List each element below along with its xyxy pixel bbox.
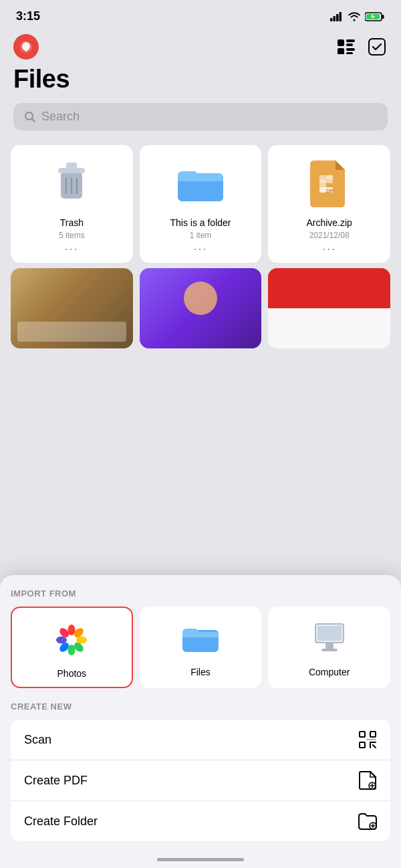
create-pdf-label: Create PDF (24, 774, 88, 788)
files-grid: Trash 5 items ··· This is a folder 1 ite… (0, 140, 401, 268)
home-indicator (157, 858, 244, 861)
signal-icon (330, 12, 344, 21)
svg-rect-8 (338, 39, 344, 46)
import-computer-card[interactable]: Computer (268, 607, 390, 688)
svg-rect-3 (340, 12, 342, 21)
import-files-card[interactable]: Files (140, 607, 262, 688)
list-view-button[interactable] (336, 36, 357, 58)
search-placeholder: Search (41, 110, 80, 124)
svg-rect-26 (326, 175, 333, 179)
import-photos-card[interactable]: Photos (11, 607, 133, 688)
select-icon (368, 38, 386, 56)
create-section-label: CREATE NEW (11, 701, 390, 712)
svg-rect-50 (360, 742, 365, 748)
file-card-trash[interactable]: Trash 5 items ··· (11, 145, 133, 263)
zip-icon: ZIP (310, 160, 349, 207)
search-container: Search (0, 100, 401, 140)
svg-rect-29 (319, 183, 326, 187)
svg-point-39 (56, 637, 67, 644)
app-icon[interactable] (13, 34, 39, 60)
file-meta-trash: 5 items (59, 231, 85, 240)
svg-text:ZIP: ZIP (325, 189, 333, 193)
svg-rect-49 (370, 732, 376, 737)
import-photos-label: Photos (57, 668, 87, 679)
svg-rect-27 (319, 179, 326, 183)
photos-icon (53, 621, 90, 659)
scan-icon (358, 730, 377, 749)
svg-rect-14 (369, 39, 385, 55)
svg-rect-5 (382, 15, 384, 19)
app-icon-svg (19, 39, 33, 54)
create-folder-label: Create Folder (24, 815, 98, 829)
files-folder-icon (182, 623, 219, 654)
file-name-folder: This is a folder (170, 217, 231, 228)
page-title: Files (13, 65, 388, 94)
svg-rect-19 (66, 162, 77, 169)
status-icons (330, 11, 385, 22)
svg-line-16 (32, 118, 35, 122)
create-folder-icon (358, 812, 377, 831)
import-section-label: IMPORT FROM (11, 588, 390, 599)
svg-rect-13 (346, 52, 353, 54)
folder-icon (176, 164, 225, 204)
thumbnail-grid (0, 268, 401, 354)
action-scan[interactable]: Scan (11, 720, 390, 760)
svg-rect-45 (317, 626, 342, 641)
file-card-folder[interactable]: This is a folder 1 item ··· (140, 145, 262, 263)
svg-rect-1 (333, 16, 336, 21)
status-time: 3:15 (16, 9, 40, 23)
app-header (0, 29, 401, 62)
file-name-trash: Trash (60, 217, 84, 228)
file-dots-folder[interactable]: ··· (193, 243, 207, 255)
file-meta-folder: 1 item (190, 231, 212, 240)
svg-rect-28 (326, 179, 333, 183)
svg-rect-9 (346, 39, 355, 42)
svg-point-41 (68, 636, 76, 644)
svg-rect-48 (360, 732, 365, 737)
svg-point-35 (76, 637, 87, 644)
files-icon-area (179, 617, 222, 660)
svg-rect-46 (325, 643, 333, 649)
search-bar[interactable]: Search (13, 103, 388, 130)
trash-icon (51, 160, 92, 208)
file-meta-zip: 2021/12/08 (309, 231, 350, 240)
svg-rect-47 (321, 649, 338, 651)
scan-label: Scan (24, 733, 51, 747)
thumbnail-card-3[interactable] (268, 268, 390, 348)
trash-icon-area (45, 157, 98, 211)
svg-rect-25 (319, 175, 326, 179)
scan-icon-svg (358, 730, 377, 749)
action-list: Scan Create PDF (11, 720, 390, 841)
header-actions (336, 36, 388, 58)
photos-icon-area (50, 619, 93, 661)
computer-icon (311, 622, 348, 655)
import-computer-label: Computer (309, 667, 350, 677)
svg-rect-0 (330, 18, 333, 21)
file-dots-trash[interactable]: ··· (65, 243, 79, 255)
wifi-icon (348, 11, 361, 21)
thumbnail-card-2[interactable] (140, 268, 262, 348)
svg-point-37 (68, 645, 76, 655)
create-pdf-icon (358, 771, 377, 790)
import-files-label: Files (190, 667, 211, 677)
svg-rect-10 (346, 43, 353, 46)
computer-icon-area (308, 617, 351, 660)
select-button[interactable] (366, 36, 388, 58)
bottom-sheet: IMPORT FROM (0, 575, 401, 868)
import-grid: Photos Files (11, 607, 390, 688)
folder-icon-area (174, 157, 227, 211)
file-name-zip: Archive.zip (306, 217, 352, 228)
create-pdf-icon-svg (359, 771, 376, 790)
file-card-zip[interactable]: ZIP Archive.zip 2021/12/08 ··· (268, 145, 390, 263)
status-bar: 3:15 (0, 0, 401, 29)
svg-line-53 (373, 745, 376, 748)
action-create-pdf[interactable]: Create PDF (11, 760, 390, 801)
zip-icon-area: ZIP (303, 157, 356, 211)
svg-rect-2 (336, 14, 339, 21)
action-create-folder[interactable]: Create Folder (11, 801, 390, 841)
svg-point-33 (68, 625, 76, 635)
file-dots-zip[interactable]: ··· (322, 243, 336, 255)
battery-icon (365, 11, 385, 22)
thumbnail-card-1[interactable] (11, 268, 133, 348)
svg-rect-12 (346, 48, 355, 51)
